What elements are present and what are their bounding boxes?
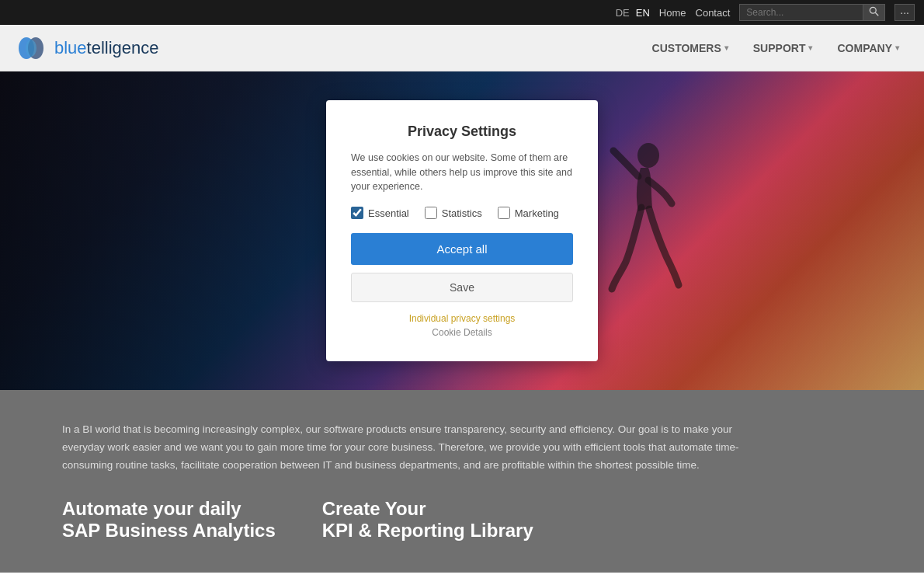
customers-label: CUSTOMERS bbox=[652, 42, 721, 54]
search-button[interactable] bbox=[863, 4, 885, 21]
accept-all-button[interactable]: Accept all bbox=[351, 233, 573, 265]
card1-line1: Automate your daily bbox=[62, 498, 276, 520]
company-nav-item[interactable]: COMPANY ▾ bbox=[828, 36, 908, 61]
marketing-label: Marketing bbox=[515, 207, 559, 219]
modal-title: Privacy Settings bbox=[351, 124, 573, 140]
nav-bar: bluetelligence CUSTOMERS ▾ SUPPORT ▾ COM… bbox=[0, 25, 924, 71]
essential-checkbox[interactable] bbox=[351, 207, 363, 219]
svg-point-4 bbox=[26, 40, 36, 57]
support-chevron-icon: ▾ bbox=[808, 44, 812, 52]
svg-point-0 bbox=[870, 7, 876, 13]
customers-chevron-icon: ▾ bbox=[724, 44, 728, 52]
search-input[interactable] bbox=[739, 4, 863, 21]
home-link[interactable]: Home bbox=[659, 7, 686, 19]
essential-checkbox-item[interactable]: Essential bbox=[351, 207, 409, 219]
privacy-modal: Privacy Settings We use cookies on our w… bbox=[326, 100, 598, 361]
card2-line1: Create Your bbox=[322, 498, 533, 520]
statistics-checkbox-item[interactable]: Statistics bbox=[425, 207, 482, 219]
card-kpi: Create Your KPI & Reporting Library bbox=[322, 498, 533, 541]
top-nav-links: Home Contact bbox=[659, 7, 731, 19]
logo[interactable]: bluetelligence bbox=[16, 33, 159, 64]
nav-links: CUSTOMERS ▾ SUPPORT ▾ COMPANY ▾ bbox=[643, 36, 908, 61]
modal-overlay: Privacy Settings We use cookies on our w… bbox=[0, 71, 924, 390]
card2-line2: KPI & Reporting Library bbox=[322, 520, 533, 541]
logo-dark-part: telligence bbox=[87, 38, 159, 57]
contact-link[interactable]: Contact bbox=[696, 7, 731, 19]
save-button[interactable]: Save bbox=[351, 273, 573, 302]
card-automate: Automate your daily SAP Business Analyti… bbox=[62, 498, 276, 541]
company-chevron-icon: ▾ bbox=[895, 44, 899, 52]
support-nav-item[interactable]: SUPPORT ▾ bbox=[744, 36, 822, 61]
lang-en[interactable]: EN bbox=[636, 7, 650, 19]
logo-icon bbox=[16, 33, 47, 64]
card1-line2: SAP Business Analytics bbox=[62, 520, 276, 541]
support-label: SUPPORT bbox=[753, 42, 806, 54]
customers-nav-item[interactable]: CUSTOMERS ▾ bbox=[643, 36, 738, 61]
modal-description: We use cookies on our website. Some of t… bbox=[351, 151, 573, 194]
statistics-label: Statistics bbox=[442, 207, 482, 219]
company-label: COMPANY bbox=[837, 42, 892, 54]
svg-line-1 bbox=[875, 12, 878, 16]
essential-label: Essential bbox=[368, 207, 409, 219]
top-bar: DE EN Home Contact ··· bbox=[0, 0, 924, 25]
logo-text: bluetelligence bbox=[54, 38, 159, 58]
marketing-checkbox[interactable] bbox=[498, 207, 510, 219]
hero-section: Privacy Settings We use cookies on our w… bbox=[0, 71, 924, 390]
lang-de[interactable]: DE bbox=[616, 7, 630, 19]
content-section: In a BI world that is becoming increasin… bbox=[0, 390, 924, 573]
search-container bbox=[739, 4, 885, 21]
modal-links: Individual privacy settings Cookie Detai… bbox=[351, 313, 573, 338]
cookie-checkboxes: Essential Statistics Marketing bbox=[351, 207, 573, 219]
language-switcher: DE EN bbox=[616, 7, 650, 19]
logo-blue-part: blue bbox=[54, 38, 87, 57]
marketing-checkbox-item[interactable]: Marketing bbox=[498, 207, 559, 219]
statistics-checkbox[interactable] bbox=[425, 207, 437, 219]
cookie-details-link[interactable]: Cookie Details bbox=[351, 327, 573, 338]
more-options-button[interactable]: ··· bbox=[894, 4, 915, 21]
individual-privacy-link[interactable]: Individual privacy settings bbox=[351, 313, 573, 324]
search-icon bbox=[869, 6, 880, 17]
content-description: In a BI world that is becoming increasin… bbox=[62, 421, 761, 475]
content-cards: Automate your daily SAP Business Analyti… bbox=[62, 498, 862, 541]
